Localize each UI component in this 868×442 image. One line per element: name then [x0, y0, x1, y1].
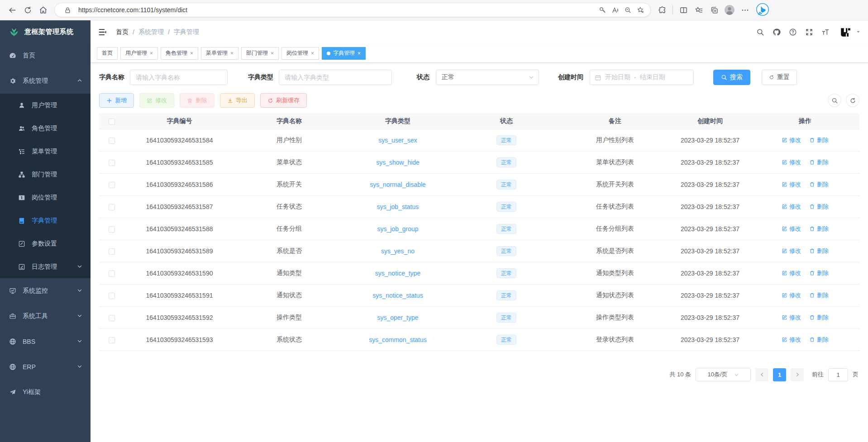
row-edit-link[interactable]: 修改 [782, 225, 801, 233]
tab-close-icon[interactable]: × [230, 50, 234, 57]
sidebar-item-home[interactable]: 首页 [0, 43, 91, 68]
zoom-out-icon[interactable] [621, 4, 634, 16]
row-delete-link[interactable]: 删除 [809, 225, 829, 233]
sidebar-item-erp[interactable]: ERP [0, 354, 91, 380]
select-all-checkbox[interactable] [109, 119, 115, 125]
row-edit-link[interactable]: 修改 [782, 247, 801, 255]
goto-page-input[interactable] [828, 368, 848, 381]
browser-address-bar[interactable]: https://ccnetcore.com:1101/system/dict [54, 3, 651, 17]
row-delete-link[interactable]: 删除 [809, 203, 829, 211]
delete-button-disabled[interactable]: 删除 [180, 93, 215, 108]
row-delete-link[interactable]: 删除 [809, 336, 829, 344]
tab-close-icon[interactable]: × [150, 50, 153, 57]
chevron-down-icon[interactable] [856, 28, 861, 36]
row-edit-link[interactable]: 修改 [782, 158, 801, 166]
row-edit-link[interactable]: 修改 [782, 314, 801, 322]
fullscreen-icon[interactable] [802, 25, 816, 39]
row-delete-link[interactable]: 删除 [809, 158, 829, 166]
tab-roles[interactable]: 角色管理 × [161, 47, 198, 60]
tab-close-icon[interactable]: × [190, 50, 193, 57]
sidebar-item-departments[interactable]: 部门管理 [0, 163, 91, 186]
row-checkbox[interactable] [109, 138, 115, 144]
row-delete-link[interactable]: 删除 [809, 314, 829, 322]
tab-close-icon[interactable]: × [358, 50, 361, 57]
dict-type-link[interactable]: sys_show_hide [376, 159, 420, 166]
app-logo[interactable]: 意框架管理系统 [0, 20, 91, 43]
breadcrumb-home[interactable]: 首页 [116, 28, 129, 36]
browser-home-button[interactable] [35, 2, 51, 18]
tab-users[interactable]: 用户管理 × [120, 47, 158, 60]
sidebar-item-params[interactable]: 参数设置 [0, 232, 91, 255]
row-edit-link[interactable]: 修改 [782, 136, 801, 144]
sidebar-item-system[interactable]: 系统管理 [0, 68, 91, 94]
read-aloud-icon[interactable] [609, 4, 621, 16]
user-avatar-logo[interactable] [839, 25, 852, 39]
next-page-button[interactable] [791, 368, 804, 381]
add-favorite-icon[interactable] [634, 4, 647, 16]
add-button[interactable]: 新增 [99, 93, 134, 108]
tab-posts[interactable]: 岗位管理 × [281, 47, 319, 60]
row-edit-link[interactable]: 修改 [782, 291, 801, 299]
password-key-icon[interactable] [596, 4, 609, 16]
dict-type-input[interactable] [279, 70, 392, 85]
row-edit-link[interactable]: 修改 [782, 269, 801, 277]
row-checkbox[interactable] [109, 182, 115, 188]
sidebar-item-roles[interactable]: 角色管理 [0, 117, 91, 140]
font-size-icon[interactable] [819, 25, 832, 39]
dict-type-link[interactable]: sys_yes_no [381, 247, 415, 255]
dict-type-link[interactable]: sys_notice_type [375, 270, 420, 277]
sidebar-item-users[interactable]: 用户管理 [0, 94, 91, 117]
page-size-select[interactable]: 10条/页 [696, 368, 751, 381]
reset-button[interactable]: 重置 [762, 70, 797, 85]
row-delete-link[interactable]: 删除 [809, 181, 829, 189]
row-checkbox[interactable] [109, 271, 115, 277]
bing-chat-icon[interactable] [755, 3, 770, 17]
row-delete-link[interactable]: 删除 [809, 136, 829, 144]
search-button[interactable]: 搜索 [713, 70, 750, 85]
sidebar-item-bbs[interactable]: BBS [0, 329, 91, 354]
row-edit-link[interactable]: 修改 [782, 203, 801, 211]
page-number-current[interactable]: 1 [773, 368, 786, 381]
row-edit-link[interactable]: 修改 [782, 336, 801, 344]
dict-type-link[interactable]: sys_notice_status [372, 292, 423, 299]
url-text[interactable]: https://ccnetcore.com:1101/system/dict [78, 6, 596, 14]
dict-type-link[interactable]: sys_job_status [377, 203, 419, 210]
row-checkbox[interactable] [109, 160, 115, 166]
show-search-toggle-button[interactable] [828, 94, 841, 107]
browser-profile-avatar[interactable] [722, 2, 737, 18]
dict-type-link[interactable]: sys_job_group [377, 225, 418, 233]
dict-name-input[interactable] [130, 70, 228, 85]
favorites-icon[interactable] [691, 2, 706, 18]
collections-icon[interactable] [706, 2, 722, 18]
row-checkbox[interactable] [109, 226, 115, 233]
refresh-cache-button[interactable]: 刷新缓存 [260, 93, 307, 108]
sidebar-item-posts[interactable]: 岗位管理 [0, 186, 91, 209]
row-checkbox[interactable] [109, 204, 115, 210]
row-delete-link[interactable]: 删除 [809, 269, 829, 277]
tab-menus[interactable]: 菜单管理 × [201, 47, 238, 60]
row-checkbox[interactable] [109, 337, 115, 343]
status-select[interactable]: 正常 [436, 70, 539, 85]
tab-home[interactable]: 首页 [97, 47, 118, 60]
prev-page-button[interactable] [755, 368, 768, 381]
sidebar-item-yi-framework[interactable]: Yi框架 [0, 380, 91, 405]
dict-type-link[interactable]: sys_user_sex [378, 137, 417, 144]
sidebar-item-menus[interactable]: 菜单管理 [0, 140, 91, 163]
date-range-picker[interactable]: 开始日期 - 结束日期 [590, 70, 694, 85]
browser-refresh-button[interactable] [20, 2, 35, 18]
tab-close-icon[interactable]: × [311, 50, 314, 57]
header-search-icon[interactable] [754, 25, 767, 39]
edit-button-disabled[interactable]: 修改 [139, 93, 174, 108]
browser-more-icon[interactable] [737, 2, 753, 18]
row-delete-link[interactable]: 删除 [809, 291, 829, 299]
row-edit-link[interactable]: 修改 [782, 181, 801, 189]
row-checkbox[interactable] [109, 248, 115, 255]
sidebar-item-dict[interactable]: 字典管理 [0, 209, 91, 232]
refresh-table-button[interactable] [846, 94, 859, 107]
dict-type-link[interactable]: sys_common_status [369, 336, 427, 343]
browser-back-button[interactable] [5, 2, 20, 18]
tab-dict-active[interactable]: 字典管理 × [322, 47, 366, 60]
export-button[interactable]: 导出 [220, 93, 255, 108]
tab-departments[interactable]: 部门管理 × [241, 47, 279, 60]
row-delete-link[interactable]: 删除 [809, 247, 829, 255]
